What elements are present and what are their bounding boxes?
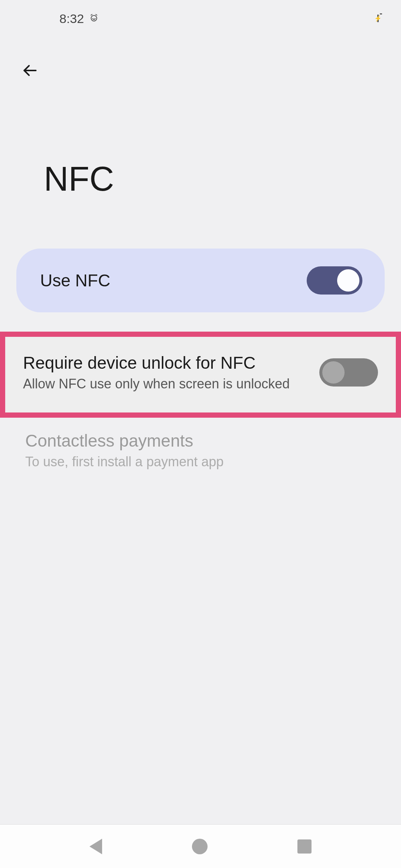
use-nfc-label: Use NFC bbox=[40, 270, 110, 290]
header: NFC bbox=[0, 37, 401, 198]
contactless-payments-row[interactable]: Contactless payments To use, first insta… bbox=[0, 418, 401, 489]
status-bar: 8:32 ⚡ bbox=[0, 0, 401, 37]
nav-recent-icon[interactable] bbox=[297, 839, 312, 854]
alarm-icon bbox=[89, 13, 99, 24]
use-nfc-toggle[interactable] bbox=[307, 266, 362, 295]
settings-content: Use NFC Require device unlock for NFC Al… bbox=[0, 198, 401, 489]
status-right: ⚡ bbox=[377, 15, 379, 22]
nav-home-icon[interactable] bbox=[192, 839, 208, 854]
svg-point-0 bbox=[91, 16, 97, 21]
status-time: 8:32 bbox=[59, 11, 84, 26]
navigation-bar bbox=[0, 824, 401, 868]
page-title: NFC bbox=[19, 82, 386, 198]
require-unlock-row[interactable]: Require device unlock for NFC Allow NFC … bbox=[0, 332, 401, 418]
back-button[interactable] bbox=[19, 59, 41, 82]
status-left: 8:32 bbox=[59, 11, 99, 26]
nav-back-icon[interactable] bbox=[89, 839, 102, 854]
require-unlock-subtitle: Allow NFC use only when screen is unlock… bbox=[23, 375, 312, 393]
arrow-left-icon bbox=[22, 62, 38, 79]
require-unlock-title: Require device unlock for NFC bbox=[23, 352, 312, 374]
battery-charging-icon: ⚡ bbox=[377, 15, 379, 22]
contactless-title: Contactless payments bbox=[25, 430, 376, 452]
use-nfc-row[interactable]: Use NFC bbox=[16, 249, 385, 312]
require-unlock-toggle[interactable] bbox=[319, 358, 378, 387]
require-unlock-text: Require device unlock for NFC Allow NFC … bbox=[23, 352, 312, 392]
contactless-subtitle: To use, first install a payment app bbox=[25, 453, 376, 471]
